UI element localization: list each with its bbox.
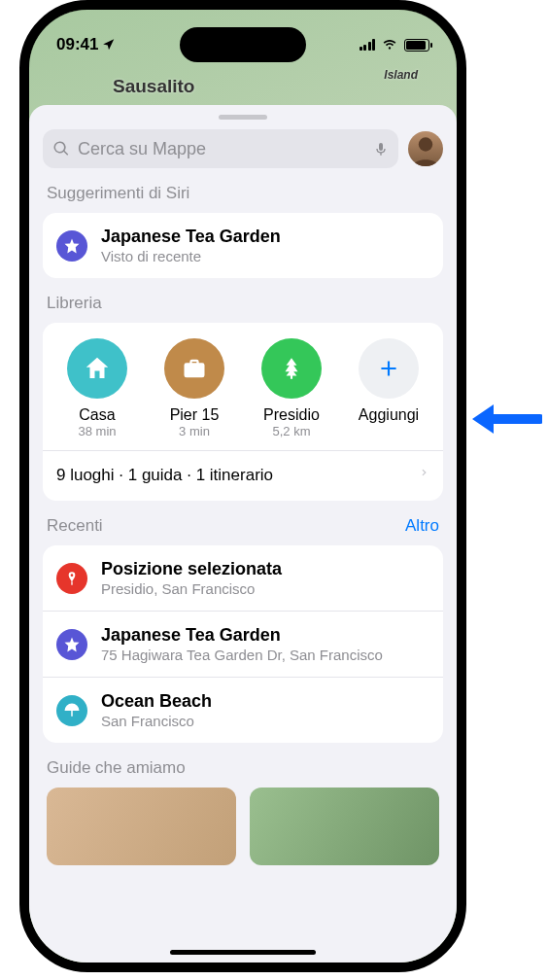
recent-item-0[interactable]: Posizione selezionata Presidio, San Fran… bbox=[43, 545, 443, 612]
callout-arrow-icon bbox=[468, 401, 542, 438]
search-icon bbox=[52, 140, 70, 158]
sheet-drag-handle[interactable] bbox=[219, 115, 267, 120]
battery-icon bbox=[404, 39, 429, 52]
library-item-home[interactable]: Casa 38 min bbox=[55, 338, 139, 438]
tree-icon bbox=[261, 338, 322, 399]
search-sheet[interactable]: Cerca su Mappe Suggerimenti di Siri Japa… bbox=[29, 105, 457, 962]
home-indicator[interactable] bbox=[170, 950, 316, 955]
siri-suggestions-header: Suggerimenti di Siri bbox=[47, 184, 439, 203]
siri-item-title: Japanese Tea Garden bbox=[101, 227, 429, 247]
search-placeholder: Cerca su Mappe bbox=[78, 139, 365, 159]
library-item-add[interactable]: Aggiungi bbox=[347, 338, 430, 438]
siri-item-subtitle: Visto di recente bbox=[101, 248, 429, 264]
guides-header: Guide che amiamo bbox=[47, 758, 439, 778]
siri-suggestion-card: Japanese Tea Garden Visto di recente bbox=[43, 213, 443, 278]
mic-icon[interactable] bbox=[373, 139, 389, 158]
recent-item-2[interactable]: Ocean Beach San Francisco bbox=[43, 678, 443, 743]
guides-row bbox=[43, 788, 443, 865]
recents-header: Recenti bbox=[47, 516, 103, 536]
guide-tile-1[interactable] bbox=[250, 788, 439, 865]
map-label-island: Island bbox=[384, 68, 418, 82]
profile-avatar[interactable] bbox=[408, 131, 443, 166]
svg-point-0 bbox=[419, 137, 432, 151]
search-input[interactable]: Cerca su Mappe bbox=[43, 129, 398, 168]
iphone-frame: Sausalito Island 09:41 Cerca su Mappe Su bbox=[19, 0, 466, 972]
siri-suggestion-item[interactable]: Japanese Tea Garden Visto di recente bbox=[43, 213, 443, 278]
guide-tile-0[interactable] bbox=[47, 788, 236, 865]
umbrella-icon bbox=[56, 695, 87, 726]
signal-icon bbox=[360, 39, 376, 51]
chevron-right-icon bbox=[420, 465, 429, 485]
recents-more-link[interactable]: Altro bbox=[405, 516, 439, 536]
recents-card: Posizione selezionata Presidio, San Fran… bbox=[43, 545, 443, 743]
star-icon bbox=[56, 629, 87, 660]
library-summary-text: 9 luoghi · 1 guida · 1 itinerario bbox=[56, 466, 273, 485]
location-arrow-icon bbox=[102, 38, 116, 52]
library-header: Libreria bbox=[47, 294, 439, 313]
dynamic-island bbox=[180, 27, 306, 62]
briefcase-icon bbox=[164, 338, 224, 399]
status-time: 09:41 bbox=[56, 35, 98, 54]
wifi-icon bbox=[381, 38, 398, 52]
library-item-pier15[interactable]: Pier 15 3 min bbox=[153, 338, 236, 438]
star-icon bbox=[56, 230, 87, 262]
recent-item-1[interactable]: Japanese Tea Garden 75 Hagiwara Tea Gard… bbox=[43, 612, 443, 678]
pin-icon bbox=[56, 563, 87, 594]
library-favorites: Casa 38 min Pier 15 3 min Presidio 5,2 k… bbox=[43, 323, 443, 451]
map-label-sausalito: Sausalito bbox=[113, 76, 194, 97]
plus-icon bbox=[359, 338, 419, 399]
library-item-presidio[interactable]: Presidio 5,2 km bbox=[250, 338, 333, 438]
library-card: Casa 38 min Pier 15 3 min Presidio 5,2 k… bbox=[43, 323, 443, 501]
home-icon bbox=[67, 338, 127, 399]
library-summary-row[interactable]: 9 luoghi · 1 guida · 1 itinerario bbox=[43, 451, 443, 501]
